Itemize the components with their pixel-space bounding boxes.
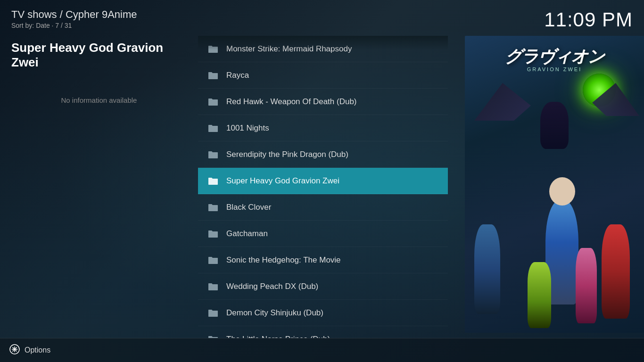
anime-logo: グラヴィオン bbox=[505, 45, 604, 68]
clock: 11:09 PM bbox=[544, 8, 633, 31]
options-label: Options bbox=[25, 346, 50, 354]
folder-icon bbox=[207, 308, 219, 318]
list-item[interactable]: Black Clover bbox=[198, 194, 448, 221]
char5 bbox=[576, 248, 597, 323]
item-label: Red Hawk - Weapon Of Death (Dub) bbox=[226, 97, 357, 107]
artwork-container: グラヴィオン GRAVION ZWEI bbox=[465, 36, 644, 333]
item-label: Black Clover bbox=[226, 203, 271, 212]
folder-icon bbox=[207, 123, 219, 133]
content-area: Super Heavy God Gravion Zwei No informat… bbox=[0, 36, 644, 338]
no-info-text: No information available bbox=[11, 96, 187, 104]
folder-icon bbox=[207, 335, 219, 338]
header-left: TV shows / Cypher 9Anime Sort by: Date ·… bbox=[11, 8, 137, 29]
artwork-bg: グラヴィオン GRAVION ZWEI bbox=[465, 36, 644, 333]
item-label: Sonic the Hedgehog: The Movie bbox=[226, 255, 341, 265]
folder-icon bbox=[207, 176, 219, 186]
list-item[interactable]: Red Hawk - Weapon Of Death (Dub) bbox=[198, 89, 448, 115]
left-panel: Super Heavy God Gravion Zwei No informat… bbox=[0, 36, 198, 338]
item-label: The Little Norse Prince (Dub) bbox=[226, 335, 330, 338]
list-item[interactable]: Wedding Peach DX (Dub) bbox=[198, 273, 448, 300]
item-label: Serendipity the Pink Dragon (Dub) bbox=[226, 150, 348, 159]
char3 bbox=[474, 224, 500, 314]
list-item[interactable]: Monster Strike: Mermaid Rhapsody bbox=[198, 36, 448, 62]
item-label: Monster Strike: Mermaid Rhapsody bbox=[226, 44, 352, 54]
list-scroll[interactable]: Monster Strike: Mermaid Rhapsody Rayca R… bbox=[198, 36, 448, 338]
char-group bbox=[465, 88, 644, 333]
list-item[interactable]: Demon City Shinjuku (Dub) bbox=[198, 300, 448, 326]
breadcrumb: TV shows / Cypher 9Anime bbox=[11, 8, 137, 21]
list-item[interactable]: Rayca bbox=[198, 62, 448, 89]
list-item[interactable]: Sonic the Hedgehog: The Movie bbox=[198, 247, 448, 273]
folder-icon bbox=[207, 282, 219, 291]
item-label: Wedding Peach DX (Dub) bbox=[226, 282, 318, 291]
list-item[interactable]: Super Heavy God Gravion Zwei bbox=[198, 168, 448, 194]
char4 bbox=[528, 262, 551, 328]
folder-icon bbox=[207, 97, 219, 107]
item-label: 1001 Nights bbox=[226, 123, 269, 133]
folder-icon bbox=[207, 44, 219, 54]
folder-icon bbox=[207, 229, 219, 239]
header: TV shows / Cypher 9Anime Sort by: Date ·… bbox=[0, 0, 644, 36]
item-label: Super Heavy God Gravion Zwei bbox=[226, 176, 339, 186]
folder-icon bbox=[207, 71, 219, 80]
folder-icon bbox=[207, 203, 219, 212]
sort-info: Sort by: Date · 7 / 31 bbox=[11, 22, 137, 29]
folder-icon bbox=[207, 150, 219, 159]
list-panel: Monster Strike: Mermaid Rhapsody Rayca R… bbox=[198, 36, 448, 338]
options-bar[interactable]: Options bbox=[0, 338, 644, 362]
folder-icon bbox=[207, 255, 219, 265]
list-item[interactable]: The Little Norse Prince (Dub) bbox=[198, 326, 448, 338]
item-label: Demon City Shinjuku (Dub) bbox=[226, 308, 323, 318]
right-panel: グラヴィオン GRAVION ZWEI bbox=[448, 36, 644, 338]
options-icon bbox=[9, 344, 20, 356]
list-item[interactable]: Gatchaman bbox=[198, 221, 448, 247]
list-item[interactable]: 1001 Nights bbox=[198, 115, 448, 141]
char1-head bbox=[549, 177, 575, 206]
item-label: Gatchaman bbox=[226, 229, 268, 239]
selected-title: Super Heavy God Gravion Zwei bbox=[11, 41, 187, 70]
anime-subtitle: GRAVION ZWEI bbox=[527, 66, 582, 72]
char2 bbox=[602, 224, 630, 319]
list-item[interactable]: Serendipity the Pink Dragon (Dub) bbox=[198, 141, 448, 168]
item-label: Rayca bbox=[226, 71, 249, 80]
